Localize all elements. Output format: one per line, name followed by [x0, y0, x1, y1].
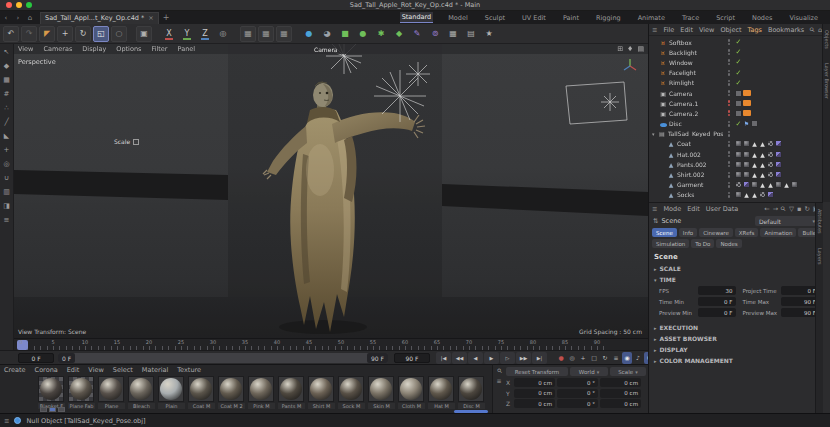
attr-tab-xrefs[interactable]: XRefs — [735, 228, 759, 237]
section-color-management[interactable]: ▸COLOR MANAGEMENT — [649, 355, 823, 366]
rotation-field[interactable]: 0 ° — [557, 399, 598, 408]
material-thumbnail[interactable] — [188, 376, 214, 402]
menu-icon[interactable]: ≡ — [496, 377, 501, 384]
phong-tag-icon[interactable]: ▲ — [767, 181, 774, 188]
phong-tag-icon[interactable]: ▲ — [759, 140, 766, 147]
mode-dropdown[interactable]: Scale — [610, 367, 646, 376]
material-item[interactable]: Coat M — [188, 376, 215, 409]
texture-mode-icon[interactable]: ▦ — [1, 75, 12, 85]
nav-forward-icon[interactable]: › — [12, 14, 24, 22]
key-rotation-button[interactable]: ↻ — [600, 352, 610, 364]
material-thumbnail[interactable] — [218, 376, 244, 402]
viewport-menu-cameras[interactable]: Cameras — [43, 45, 72, 53]
material-item[interactable]: Hat M — [428, 376, 455, 409]
visibility-dot[interactable] — [728, 124, 731, 127]
material-menu-corona[interactable]: Corona — [35, 366, 58, 374]
uvw-tag-icon[interactable] — [767, 161, 774, 168]
section-execution[interactable]: ▸EXECUTION — [649, 322, 823, 333]
history-icon[interactable]: ↻ — [804, 205, 809, 213]
goto-start-button[interactable]: |◀ — [436, 352, 451, 364]
zoom-window-icon[interactable] — [26, 2, 32, 8]
texture-tag-icon[interactable] — [751, 181, 758, 188]
simulation-tag-icon[interactable] — [775, 151, 782, 158]
object-row[interactable]: ¤Softbox✓ — [649, 37, 823, 47]
layout-visualize[interactable]: Visualize — [787, 13, 820, 23]
play-button[interactable]: ▶ — [484, 352, 499, 364]
compositing-tag-icon[interactable] — [735, 100, 742, 107]
phong-tag-icon[interactable]: ▲ — [783, 181, 790, 188]
keyframe-bar-2-icon[interactable]: ▦ — [258, 26, 274, 42]
space-dropdown[interactable]: World — [570, 367, 608, 376]
visibility-dots[interactable] — [725, 80, 733, 86]
viewport-menu-display[interactable]: Display — [82, 45, 106, 53]
add-sphere-icon[interactable]: ● — [355, 26, 371, 42]
visibility-dot[interactable] — [728, 165, 731, 168]
current-frame-field[interactable]: 0 F — [18, 353, 54, 363]
deformers-icon[interactable]: ◆ — [391, 26, 407, 42]
x-axis-lock[interactable]: X — [161, 26, 177, 42]
texture-tag-icon[interactable] — [791, 181, 798, 188]
visibility-dot[interactable] — [728, 192, 731, 195]
object-row[interactable]: ¤Rimlight✓ — [649, 78, 823, 88]
make-editable-icon[interactable]: ↖ — [1, 47, 12, 57]
attr-tab-cineware[interactable]: Cineware — [699, 228, 733, 237]
visibility-dots[interactable] — [725, 121, 733, 127]
field-value[interactable]: 0 F — [781, 286, 819, 295]
material-item[interactable]: Bleach — [128, 376, 155, 409]
visibility-dot[interactable] — [728, 172, 731, 175]
visibility-dot[interactable] — [728, 43, 731, 46]
expand-caret[interactable]: ▾ — [652, 131, 656, 137]
minimize-window-icon[interactable] — [16, 2, 22, 8]
quantize-icon[interactable]: ▥ — [1, 187, 12, 197]
visibility-dot[interactable] — [728, 94, 731, 97]
prev-key-button[interactable]: ◀◀ — [452, 352, 467, 364]
workplane-icon[interactable]: ▣ — [136, 26, 152, 42]
undo-icon[interactable]: ↶ — [3, 26, 19, 42]
visibility-dots[interactable] — [725, 131, 733, 137]
magic-icon[interactable]: ★ — [481, 26, 497, 42]
simulation-tag-icon[interactable] — [743, 181, 750, 188]
visibility-dot[interactable] — [728, 182, 731, 185]
layout-model[interactable]: Model — [446, 13, 470, 23]
visibility-dot[interactable] — [728, 73, 731, 76]
texture-tag-icon[interactable] — [735, 171, 742, 178]
display-tag-icon[interactable]: ⚑ — [743, 120, 750, 127]
object-row[interactable]: ▲Hat.002▲▲ — [649, 149, 823, 159]
lock-icon[interactable]: ▪ — [797, 205, 801, 213]
visibility-dot[interactable] — [728, 100, 731, 103]
visibility-dots[interactable] — [725, 70, 733, 76]
visibility-dots[interactable] — [725, 100, 733, 106]
panel-tab-attributes[interactable]: Attributes — [817, 209, 823, 234]
add-cube-icon[interactable]: ■ — [337, 26, 353, 42]
key-position-button[interactable]: + — [578, 352, 588, 364]
visibility-dot[interactable] — [728, 53, 731, 56]
visibility-dot[interactable] — [728, 144, 731, 147]
phong-tag-icon[interactable]: ▲ — [759, 161, 766, 168]
material-thumbnail[interactable] — [98, 376, 124, 402]
material-menu-view[interactable]: View — [88, 366, 103, 374]
position-field[interactable]: 0 cm — [514, 389, 555, 398]
visibility-dots[interactable] — [725, 182, 733, 188]
object-row[interactable]: ¤Window✓ — [649, 57, 823, 67]
array-icon[interactable]: ▦ — [445, 26, 461, 42]
visibility-dot[interactable] — [728, 161, 731, 164]
visibility-dot[interactable] — [728, 63, 731, 66]
layout-script[interactable]: Script — [714, 13, 737, 23]
om-menu-file[interactable]: File — [663, 26, 674, 34]
material-item[interactable]: Disc M — [458, 376, 485, 409]
folder-icon[interactable]: ▤ — [463, 26, 479, 42]
filter-icon[interactable]: ▽ — [789, 205, 794, 213]
viewport-menu-options[interactable]: Options — [116, 45, 141, 53]
layout-standard[interactable]: Standard — [400, 12, 434, 23]
edges-mode-icon[interactable]: ╱ — [1, 117, 12, 127]
layout-animate[interactable]: Animate — [636, 13, 667, 23]
workplane-lock-icon[interactable]: ◨ — [1, 201, 12, 211]
keyframe-bar-1-icon[interactable]: ▦ — [240, 26, 256, 42]
layout-uv-edit[interactable]: UV Edit — [520, 13, 548, 23]
rotate-tool-icon[interactable]: ↻ — [75, 26, 91, 42]
nav-back-icon[interactable]: ‹ — [0, 14, 12, 22]
document-tab[interactable]: Sad_Tall_Appl...t_Key_Op.c4d * × — [40, 12, 159, 24]
axis-mode-icon[interactable]: ◎ — [1, 159, 12, 169]
texture-tag-icon[interactable] — [735, 140, 742, 147]
texture-tag-icon[interactable] — [743, 171, 750, 178]
